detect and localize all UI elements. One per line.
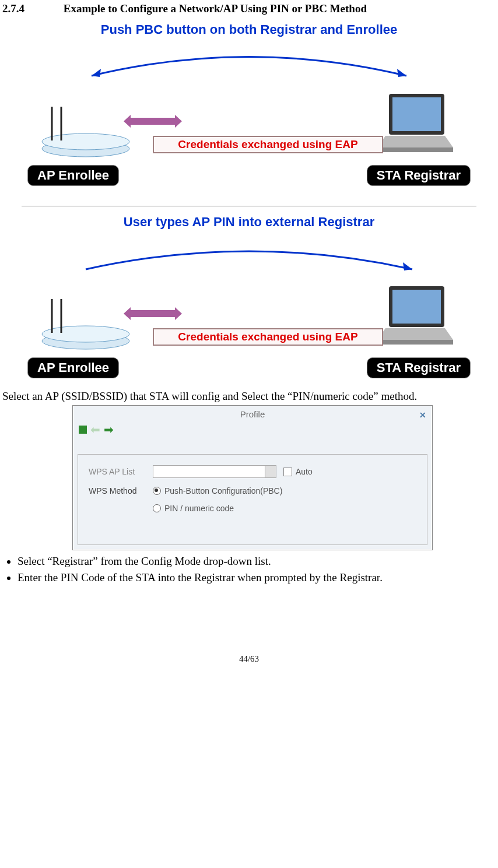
diagram-pin-title: User types AP PIN into external Registra… — [27, 215, 471, 230]
diagram-pin-blue-arrows — [39, 233, 459, 274]
back-icon[interactable]: ⬅ — [90, 426, 100, 434]
svg-rect-8 — [392, 97, 441, 131]
svg-point-3 — [42, 133, 129, 150]
diagram-pbc-blue-arrows — [39, 41, 459, 82]
ap-device-icon — [39, 287, 132, 352]
profile-dialog: Profile ✕ ⬅ ➡ WPS AP List Auto WPS Metho… — [72, 405, 433, 550]
diagram-pbc-title: Push PBC button on both Registrar and En… — [27, 22, 471, 37]
wps-method-pin-label: PIN / numeric code — [164, 504, 234, 513]
svg-marker-11 — [403, 262, 412, 270]
forward-icon[interactable]: ➡ — [104, 426, 114, 434]
svg-marker-19 — [377, 328, 453, 340]
ap-enrollee-pill: AP Enrollee — [27, 357, 119, 378]
svg-marker-20 — [377, 340, 453, 345]
eap-arrow-icon — [124, 307, 182, 320]
wps-ap-list-combo[interactable] — [153, 465, 276, 478]
auto-checkbox[interactable] — [283, 468, 292, 476]
eap-arrow-icon — [124, 115, 182, 128]
instruction-paragraph: Select an AP (SSID/BSSID) that STA will … — [2, 390, 496, 403]
list-item: Enter the PIN Code of the STA into the R… — [17, 571, 496, 584]
dialog-title: Profile — [240, 409, 265, 419]
laptop-icon — [371, 282, 459, 352]
sta-registrar-pill: STA Registrar — [367, 357, 471, 378]
sta-registrar-pill: STA Registrar — [367, 165, 471, 186]
section-heading: 2.7.4 Example to Configure a Network/AP … — [2, 2, 496, 15]
close-icon[interactable]: ✕ — [419, 410, 426, 420]
diagram-separator — [22, 206, 476, 206]
diagram-pin: User types AP PIN into external Registra… — [27, 215, 471, 381]
credentials-eap-label: Credentials exchanged using EAP — [153, 328, 383, 346]
svg-rect-18 — [392, 290, 441, 324]
laptop-icon — [371, 89, 459, 159]
stop-icon[interactable] — [79, 426, 87, 434]
ap-device-icon — [39, 95, 132, 159]
section-number: 2.7.4 — [2, 2, 61, 15]
svg-point-13 — [42, 326, 129, 342]
wps-method-label: WPS Method — [89, 486, 153, 496]
svg-marker-6 — [124, 115, 182, 128]
wps-method-pbc-label: Push-Button Configuration(PBC) — [164, 486, 282, 496]
diagram-pbc: Push PBC button on both Registrar and En… — [27, 22, 471, 188]
wps-ap-list-label: WPS AP List — [89, 467, 153, 476]
svg-marker-0 — [92, 69, 101, 77]
instruction-list: Select “Registrar” from the Config Mode … — [7, 555, 496, 584]
svg-marker-10 — [377, 147, 453, 152]
wps-method-pbc-radio[interactable] — [153, 487, 161, 495]
svg-marker-9 — [377, 136, 453, 147]
auto-label: Auto — [296, 467, 313, 476]
page-number: 44/63 — [2, 654, 496, 676]
svg-marker-1 — [397, 69, 406, 77]
svg-marker-16 — [124, 307, 182, 320]
section-title: Example to Configure a Network/AP Using … — [64, 2, 367, 15]
ap-enrollee-pill: AP Enrollee — [27, 165, 119, 186]
wps-method-pin-radio[interactable] — [153, 504, 161, 512]
list-item: Select “Registrar” from the Config Mode … — [17, 555, 496, 568]
credentials-eap-label: Credentials exchanged using EAP — [153, 136, 383, 153]
